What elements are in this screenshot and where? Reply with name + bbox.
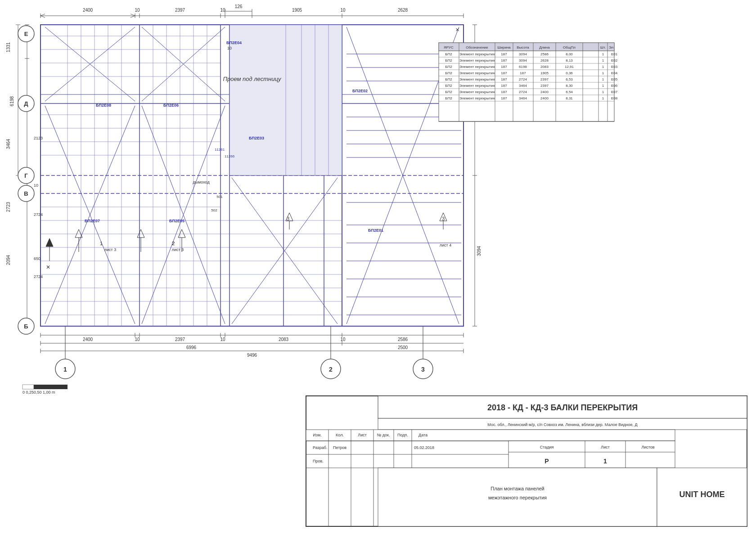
svg-text:2400: 2400 — [83, 8, 93, 13]
svg-text:Элемент перекрытия: Элемент перекрытия — [459, 52, 495, 56]
svg-rect-209 — [378, 418, 747, 430]
svg-line-22 — [346, 27, 459, 324]
svg-text:3094: 3094 — [519, 52, 527, 56]
svg-text:Высота: Высота — [517, 45, 529, 49]
svg-text:1: 1 — [602, 96, 604, 100]
svg-line-83 — [40, 16, 45, 18]
svg-text:межэтажного перекрытия: межэтажного перекрытия — [488, 495, 547, 500]
svg-text:1331: 1331 — [6, 42, 11, 52]
svg-text:Эл: Эл — [609, 45, 613, 49]
svg-text:10: 10 — [220, 8, 225, 13]
svg-text:2586: 2586 — [540, 52, 549, 56]
svg-text:2094: 2094 — [6, 255, 11, 265]
svg-text:2500: 2500 — [398, 345, 408, 350]
svg-line-20 — [142, 106, 225, 324]
svg-point-124 — [18, 318, 34, 334]
svg-text:Е01: Е01 — [611, 52, 618, 56]
svg-text:Листов: Листов — [641, 445, 654, 449]
svg-line-24 — [232, 178, 338, 324]
svg-text:Элемент перекрытия: Элемент перекрытия — [459, 77, 495, 81]
svg-text:БП2Е08: БП2Е08 — [96, 103, 111, 108]
svg-text:2400: 2400 — [540, 96, 549, 100]
svg-text:ЯРУС: ЯРУС — [444, 45, 454, 49]
svg-text:Лист: Лист — [601, 445, 610, 449]
svg-text:Е08: Е08 — [611, 96, 618, 100]
svg-text:Е02: Е02 — [611, 58, 618, 63]
svg-text:Элемент перекрытия: Элемент перекрытия — [459, 90, 495, 94]
svg-text:БП2Е07: БП2Е07 — [85, 219, 100, 223]
svg-text:Пров.: Пров. — [313, 459, 324, 463]
svg-text:2586: 2586 — [398, 337, 408, 342]
svg-text:6,53: 6,53 — [566, 77, 573, 81]
svg-line-14 — [45, 27, 135, 101]
svg-text:2: 2 — [329, 366, 333, 373]
svg-text:6996: 6996 — [186, 345, 197, 350]
svg-text:БП2Е03: БП2Е03 — [249, 136, 264, 140]
svg-text:Элемент перекрытия: Элемент перекрытия — [459, 65, 495, 69]
svg-text:6198: 6198 — [519, 65, 527, 69]
svg-text:1905: 1905 — [540, 71, 549, 75]
svg-text:187: 187 — [501, 84, 507, 88]
svg-marker-187 — [137, 229, 144, 238]
svg-text:БП2: БП2 — [445, 65, 452, 69]
svg-rect-204 — [34, 385, 45, 389]
svg-text:БП2Е06: БП2Е06 — [163, 103, 179, 108]
svg-text:3094: 3094 — [477, 246, 482, 256]
svg-text:502: 502 — [211, 208, 217, 212]
svg-text:Обозначение: Обозначение — [466, 45, 488, 49]
svg-text:1: 1 — [602, 77, 604, 81]
svg-text:2724: 2724 — [519, 90, 527, 94]
svg-line-82 — [40, 14, 45, 16]
svg-text:650: 650 — [34, 256, 40, 261]
svg-text:БП2: БП2 — [445, 96, 452, 100]
svg-text:Длина: Длина — [539, 45, 550, 49]
svg-text:2400: 2400 — [83, 337, 93, 342]
svg-rect-244 — [439, 43, 614, 121]
svg-text:187: 187 — [501, 90, 507, 94]
svg-text:1: 1 — [602, 65, 604, 69]
svg-text:2397: 2397 — [175, 8, 185, 13]
svg-text:Ширина: Ширина — [497, 45, 511, 49]
svg-text:3464: 3464 — [519, 84, 527, 88]
svg-text:3: 3 — [287, 216, 289, 221]
svg-point-128 — [321, 359, 341, 379]
svg-text:1: 1 — [100, 241, 103, 246]
svg-text:Р: Р — [544, 458, 549, 465]
svg-text:0  0,250,50    1,00 m: 0 0,250,50 1,00 m — [22, 390, 55, 395]
svg-text:Подп.: Подп. — [397, 433, 408, 437]
svg-text:2397: 2397 — [540, 77, 549, 81]
svg-text:2083: 2083 — [279, 337, 289, 342]
svg-text:2628: 2628 — [398, 8, 408, 13]
svg-text:БП2Е02: БП2Е02 — [352, 89, 368, 93]
svg-marker-195 — [46, 238, 53, 247]
svg-text:6198: 6198 — [9, 96, 14, 106]
svg-text:2397: 2397 — [540, 84, 549, 88]
svg-text:3: 3 — [442, 216, 445, 221]
svg-text:БП2Е04: БП2Е04 — [226, 40, 242, 45]
svg-text:05.02.2018: 05.02.2018 — [414, 445, 434, 450]
svg-text:8,31: 8,31 — [566, 96, 573, 100]
svg-text:БП2Е01: БП2Е01 — [368, 228, 383, 233]
svg-line-15 — [45, 106, 135, 324]
svg-text:11266: 11266 — [225, 154, 235, 158]
svg-text:дымоход: дымоход — [193, 180, 210, 184]
svg-text:Е06: Е06 — [611, 84, 618, 88]
svg-text:8,30: 8,30 — [566, 84, 573, 88]
svg-text:ОбщПл: ОбщПл — [563, 45, 576, 49]
svg-text:1: 1 — [603, 458, 607, 465]
svg-text:2400: 2400 — [540, 90, 549, 94]
svg-text:Е04: Е04 — [611, 71, 618, 75]
svg-text:Проем под лестницу: Проем под лестницу — [223, 76, 282, 82]
svg-text:1905: 1905 — [292, 8, 302, 13]
svg-rect-242 — [657, 468, 747, 526]
svg-text:Элемент перекрытия: Элемент перекрытия — [459, 96, 495, 100]
svg-text:3094: 3094 — [519, 58, 527, 63]
svg-text:8,00: 8,00 — [566, 52, 573, 56]
svg-text:БП2: БП2 — [445, 58, 452, 63]
svg-text:2723: 2723 — [6, 202, 11, 212]
svg-rect-202 — [22, 385, 68, 389]
svg-text:БП2: БП2 — [445, 84, 452, 88]
svg-text:Кол.: Кол. — [336, 433, 344, 437]
svg-text:12,91: 12,91 — [565, 65, 574, 69]
svg-text:10: 10 — [135, 337, 140, 342]
